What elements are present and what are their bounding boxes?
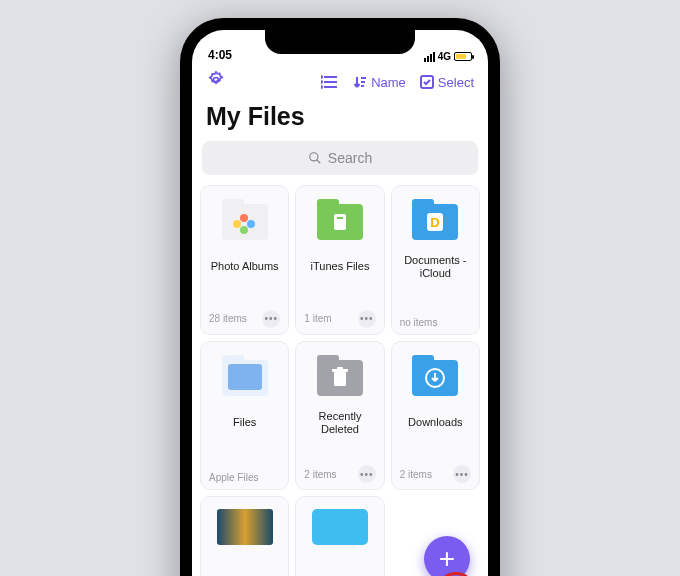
svg-point-14	[240, 214, 248, 222]
gear-icon	[206, 70, 226, 90]
more-button[interactable]: •••	[358, 310, 376, 328]
folder-icon	[222, 204, 268, 240]
network-label: 4G	[438, 51, 451, 62]
folder-photo-albums[interactable]: Photo Albums 28 items •••	[200, 185, 289, 335]
screen: 4:05 4G Name Sel	[192, 30, 488, 576]
svg-point-15	[247, 220, 255, 228]
view-mode-button[interactable]	[321, 75, 339, 89]
svg-point-16	[240, 226, 248, 234]
folder-meta: 2 items	[304, 469, 336, 480]
file-item[interactable]	[200, 496, 289, 576]
list-icon	[321, 75, 339, 89]
more-button[interactable]: •••	[358, 465, 376, 483]
more-button[interactable]: •••	[453, 465, 471, 483]
file-thumbnail	[217, 509, 273, 545]
folder-meta: 2 items	[400, 469, 432, 480]
svg-point-11	[310, 153, 318, 161]
signal-icon	[424, 52, 435, 62]
file-thumbnail	[312, 509, 368, 545]
svg-rect-23	[337, 367, 343, 370]
folder-icon	[412, 360, 458, 396]
folder-meta: Apple Files	[209, 472, 258, 483]
folder-icon: D	[412, 204, 458, 240]
folder-meta: 28 items	[209, 313, 247, 324]
top-toolbar: Name Select	[192, 64, 488, 98]
folder-label: Photo Albums	[211, 254, 279, 280]
folder-recently-deleted[interactable]: Recently Deleted 2 items •••	[295, 341, 384, 491]
sort-label: Name	[371, 75, 406, 90]
folder-grid: Photo Albums 28 items ••• iTunes Files 1…	[192, 185, 488, 576]
page-title: My Files	[192, 98, 488, 141]
search-placeholder: Search	[328, 150, 372, 166]
status-time: 4:05	[208, 48, 232, 62]
notch	[265, 30, 415, 54]
folder-meta: 1 item	[304, 313, 331, 324]
more-button[interactable]: •••	[262, 310, 280, 328]
select-button[interactable]: Select	[420, 75, 474, 90]
svg-rect-17	[334, 214, 346, 230]
folder-downloads[interactable]: Downloads 2 items •••	[391, 341, 480, 491]
battery-icon	[454, 52, 472, 61]
add-button[interactable]: +	[424, 536, 470, 576]
svg-point-4	[321, 76, 322, 78]
select-label: Select	[438, 75, 474, 90]
folder-files[interactable]: Files Apple Files	[200, 341, 289, 491]
svg-point-5	[321, 81, 322, 83]
svg-rect-18	[337, 217, 343, 219]
sort-icon	[353, 75, 367, 89]
phone-frame: 4:05 4G Name Sel	[180, 18, 500, 576]
file-item[interactable]	[295, 496, 384, 576]
folder-icon	[317, 204, 363, 240]
folder-meta: no items	[400, 317, 438, 328]
folder-label: Recently Deleted	[304, 410, 375, 436]
settings-button[interactable]	[206, 70, 226, 94]
svg-rect-21	[334, 372, 346, 386]
svg-point-6	[321, 86, 322, 88]
folder-icon	[222, 360, 268, 396]
sort-button[interactable]: Name	[353, 75, 406, 90]
svg-text:D: D	[431, 215, 440, 230]
folder-label: Documents - iCloud	[400, 254, 471, 280]
folder-documents-icloud[interactable]: D Documents - iCloud no items	[391, 185, 480, 335]
folder-label: iTunes Files	[311, 254, 370, 280]
plus-icon: +	[439, 543, 455, 575]
svg-point-13	[233, 220, 241, 228]
check-icon	[420, 75, 434, 89]
folder-label: Files	[233, 410, 256, 436]
search-input[interactable]: Search	[202, 141, 478, 175]
svg-line-12	[317, 160, 321, 164]
search-icon	[308, 151, 322, 165]
folder-itunes-files[interactable]: iTunes Files 1 item •••	[295, 185, 384, 335]
folder-icon	[317, 360, 363, 396]
folder-label: Downloads	[408, 410, 462, 436]
